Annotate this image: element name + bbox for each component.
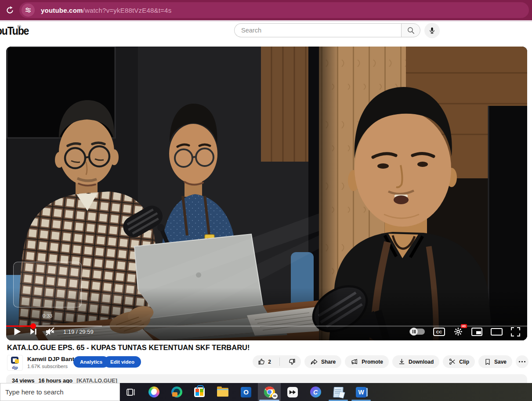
taskbar-canva[interactable]: C [304,383,327,401]
task-view-icon [126,387,136,397]
taskbar-copilot[interactable] [142,383,165,401]
play-button[interactable] [12,327,22,336]
miniplayer-button[interactable] [471,328,482,336]
download-manager-icon [171,387,182,397]
clip-label: Clip [459,359,469,365]
autoplay-knob [410,328,418,336]
play-icon [12,327,22,336]
url-text: youtube.com/watch?v=ykE88tVzE48&t=4s [41,7,171,14]
voice-search-button[interactable] [424,23,440,38]
like-button[interactable]: 2 [253,355,276,368]
url-host: youtube.com [41,7,83,14]
next-button[interactable] [29,327,38,336]
download-icon [398,358,405,365]
video-player[interactable]: 0:33 1:19 [6,47,527,340]
like-count: 2 [268,359,271,365]
site-settings-button[interactable] [22,4,35,17]
clip-button[interactable]: Clip [443,355,475,368]
time-display: 1:19 / 29:59 [63,329,94,335]
taskbar-task-view[interactable] [119,383,142,401]
search-input[interactable] [241,27,402,34]
more-actions-button[interactable] [516,355,528,368]
file-explorer-icon [217,388,228,397]
subscriber-count: 1.67K subscribers [27,364,68,369]
windows-search-box[interactable] [0,383,120,401]
dislike-button[interactable] [283,355,301,368]
outlook-icon: O [241,387,251,397]
hd-quality-badge: HD [461,324,467,328]
taskbar-outlook[interactable]: O [235,383,257,401]
autoplay-toggle[interactable] [409,329,425,335]
thumbs-up-icon [258,358,265,365]
youtube-region-label: ID [17,24,21,29]
share-label: Share [321,359,336,365]
address-bar[interactable]: youtube.com/watch?v=ykE88tVzE48&t=4s [19,2,529,18]
taskbar-chrome[interactable] [258,383,281,401]
chrome-notification-badge [272,393,278,399]
player-controls: 1:19 / 29:59 CC HD [6,325,527,339]
megaphone-icon [351,358,358,366]
youtube-logo[interactable]: ouTube [0,24,29,37]
reload-icon [5,6,14,15]
microsoft-store-icon [194,387,205,397]
youtube-header: ouTube ID [0,22,532,47]
theater-mode-button[interactable] [491,328,503,336]
channel-avatar[interactable]: djp [7,355,23,371]
tune-icon [25,7,32,14]
djp-logo-icon [11,357,18,364]
taskbar-file-explorer[interactable] [211,383,234,401]
windows-taskbar: O C W [0,383,532,401]
notepad-icon [333,387,344,397]
edit-video-button[interactable]: Edit video [104,356,141,368]
search-button[interactable] [401,23,420,37]
like-dislike-pill: 2 [253,355,301,368]
screen: youtube.com/watch?v=ykE88tVzE48&t=4s ouT… [0,0,532,401]
microphone-icon [428,27,436,34]
bookmark-icon [484,358,491,365]
canva-icon: C [310,387,321,397]
taskbar-download-manager[interactable] [165,383,188,401]
avatar-label: djp [7,365,22,370]
copilot-icon [148,387,159,397]
browser-topbar: youtube.com/watch?v=ykE88tVzE48&t=4s [0,0,532,20]
promote-button[interactable]: Promote [345,355,389,368]
taskbar-word[interactable]: W [350,383,373,401]
action-buttons-row: 2 Share Promote Download [253,355,528,368]
reload-button[interactable] [4,4,16,16]
search-icon [407,26,415,35]
taskbar-notepad[interactable] [327,383,350,401]
video-title: KATA.LO.GUE EPS. 65 - KUPAS TUNTAS KETEN… [7,343,446,352]
scissors-icon [449,358,456,365]
download-button[interactable]: Download [392,355,439,368]
seek-preview-thumbnail [13,262,82,307]
windows-search-input[interactable] [5,388,119,396]
word-icon: W [356,387,366,397]
save-button[interactable]: Save [478,355,512,368]
capcut-icon [287,387,298,397]
volume-muted-icon [45,326,55,337]
next-icon [29,327,38,336]
pill-divider [279,358,280,366]
miniplayer-icon [476,331,481,334]
share-button[interactable]: Share [304,355,341,368]
fullscreen-button[interactable] [511,327,520,336]
thumbs-down-icon [288,358,296,365]
share-icon [310,358,318,366]
mute-button[interactable] [45,326,55,337]
settings-button[interactable]: HD [453,327,463,336]
gear-icon [453,327,463,336]
taskbar-microsoft-store[interactable] [188,383,211,401]
search-box[interactable] [234,23,402,37]
subtitles-button[interactable]: CC [433,328,445,336]
seek-preview-time: 0:33 [13,313,82,318]
promote-label: Promote [362,359,383,365]
url-path: /watch?v=ykE88tVzE48&t=4s [83,7,172,14]
taskbar-capcut[interactable] [281,383,304,401]
save-label: Save [494,359,507,365]
download-label: Download [409,359,434,365]
